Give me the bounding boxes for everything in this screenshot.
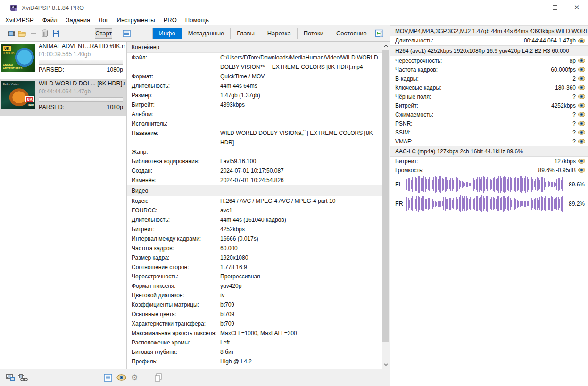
preview-eye-icon[interactable] — [115, 371, 127, 384]
tab[interactable]: Нарезка — [261, 28, 297, 39]
file-duration-size: 01:00:39.565 1.40gb — [39, 51, 125, 58]
info-label: Расположение хромы: — [132, 338, 220, 347]
eye-toggle-icon[interactable] — [578, 67, 585, 72]
menu-item[interactable]: Помощь — [181, 16, 213, 25]
info-row: Библиотека кодирования: Lavf59.16.100 — [127, 157, 382, 166]
start-button[interactable]: Старт — [95, 28, 112, 39]
info-label: Альбом: — [132, 109, 220, 119]
info-value — [220, 119, 382, 128]
output-label: VMAF: — [395, 138, 413, 145]
menu-item[interactable]: Лог — [94, 16, 113, 25]
info-value: 4393kbps — [220, 100, 382, 109]
log-icon[interactable] — [121, 28, 132, 39]
eye-toggle-icon[interactable] — [578, 121, 585, 126]
link-video-icon[interactable] — [17, 371, 29, 384]
scroll-up-icon[interactable] — [382, 42, 390, 50]
scrollbar-thumb[interactable] — [382, 50, 389, 342]
file-name: WILD WORLD DOL... [8K HDR].mp4 — [39, 80, 125, 87]
eye-toggle-icon[interactable] — [578, 38, 585, 43]
remove-icon[interactable] — [28, 28, 39, 39]
thumbnail-caption: ANIMAL ADVENTURES — [3, 64, 21, 70]
info-scrollbar[interactable] — [382, 42, 390, 369]
tab[interactable]: Метаданные — [182, 28, 231, 39]
menu-item[interactable]: Задания — [62, 16, 94, 25]
output-value: 127kbps — [555, 158, 576, 165]
menu-item[interactable]: Файл — [38, 16, 62, 25]
eye-toggle-icon[interactable] — [578, 130, 585, 135]
scroll-down-icon[interactable] — [382, 361, 390, 369]
output-row: AAC-LC (mp4a) 127kbps 2ch 16bit 44.1kHz … — [390, 146, 588, 157]
info-row: Альбом: — [127, 109, 382, 119]
open-folder-icon[interactable] — [17, 28, 28, 39]
collapse-panel-icon[interactable] — [373, 28, 385, 39]
output-label: Длительность: — [395, 37, 433, 44]
info-row: Цветовой диапазон: tv — [127, 291, 382, 300]
output-row: PSNR: ? — [390, 119, 588, 128]
info-value: 44m 44s 64ms — [220, 81, 382, 91]
file-list-item[interactable]: 8K HDR Dolby Vision WILD WORLD DOL... [8… — [0, 79, 126, 116]
output-row: H264 (avc1) 4252kbps 1920x1080p 16:9 yuv… — [390, 45, 588, 56]
minimize-button[interactable] — [522, 0, 544, 15]
info-label: Название: — [132, 128, 220, 147]
menu-item[interactable]: XviD4PSP — [1, 16, 38, 25]
menu-item[interactable]: PRO — [159, 16, 181, 25]
tab[interactable]: Инфо — [152, 28, 181, 39]
file-list-item[interactable]: 8K ULTRA HD ANIMAL ADVENTURES ANIMAL ADV… — [0, 42, 126, 79]
tasks-list-icon[interactable] — [102, 371, 114, 384]
audio-channel-row: FR 89.2% — [390, 194, 588, 213]
output-row: MOV,MP4,M4A,3GP,3G2,MJ2 1.47gb 44m 44s 6… — [390, 25, 588, 36]
info-label: Основные цвета: — [132, 310, 220, 319]
info-value: 4252kbps — [220, 225, 382, 234]
add-video-icon[interactable] — [5, 28, 17, 39]
info-label: Характеристики трансфера: — [132, 319, 220, 328]
tab[interactable]: Потоки — [297, 28, 330, 39]
info-value: yuv420p — [220, 281, 382, 291]
settings-gear-icon[interactable]: ⚙ — [128, 371, 141, 384]
tab[interactable]: Главы — [230, 28, 260, 39]
maximize-button[interactable] — [544, 0, 566, 15]
output-value: ? — [572, 111, 576, 118]
eye-toggle-icon[interactable] — [578, 112, 585, 117]
eye-toggle-icon[interactable] — [578, 76, 585, 81]
parsed-resolution: 1080p — [107, 67, 123, 73]
eye-toggle-icon[interactable] — [578, 168, 585, 173]
eye-toggle-icon[interactable] — [578, 139, 585, 144]
output-label: AAC-LC (mp4a) 127kbps 2ch 16bit 44.1kHz … — [395, 148, 523, 155]
output-value: 180-360 — [555, 84, 576, 91]
info-value: 8 бит — [220, 347, 382, 357]
copy-icon[interactable] — [152, 371, 164, 384]
eye-toggle-icon[interactable] — [578, 58, 585, 63]
info-row: Частота кадров: 60.000 — [127, 243, 382, 253]
info-label: Профиль: — [132, 357, 220, 366]
join-video-icon[interactable] — [4, 371, 17, 384]
info-label: Битовая глубина: — [132, 347, 220, 357]
app-window: XviD4PSP 8.1.84 PRO ✕ XviD4PSPФайлЗадани… — [0, 0, 588, 386]
close-button[interactable]: ✕ — [566, 0, 588, 15]
tab[interactable]: Состояние — [330, 28, 373, 39]
info-value: Lavf59.16.100 — [220, 157, 382, 166]
menu-bar: XviD4PSPФайлЗаданияЛогИнструментыPROПомо… — [0, 15, 588, 25]
output-label: MOV,MP4,M4A,3GP,3G2,MJ2 1.47gb 44m 44s 6… — [395, 28, 588, 34]
eye-toggle-icon[interactable] — [578, 103, 585, 108]
output-label: Чересстрочность: — [395, 58, 442, 64]
output-value: ? — [572, 138, 576, 145]
info-row: Характеристики трансфера: bt709 — [127, 319, 382, 328]
eye-toggle-icon[interactable] — [578, 159, 585, 164]
output-label: B-кадры: — [395, 76, 419, 82]
info-row: Коэффициенты матрицы: bt709 — [127, 300, 382, 310]
audio-waveform — [406, 176, 564, 193]
output-rows: MOV,MP4,M4A,3GP,3G2,MJ2 1.47gb 44m 44s 6… — [390, 25, 588, 175]
menu-item[interactable]: Инструменты — [113, 16, 159, 25]
file-progress-bar — [39, 60, 123, 65]
info-row: Кодек: H.264 / AVC / MPEG-4 AVC / MPEG-4… — [127, 196, 382, 206]
output-row: Сжимаемость: ? — [390, 110, 588, 119]
eye-toggle-icon[interactable] — [578, 94, 585, 99]
eye-toggle-icon[interactable] — [578, 85, 585, 90]
delete-trash-icon[interactable] — [39, 28, 50, 39]
info-value: 16666 (0.017s) — [220, 234, 382, 243]
output-row: Длительность: 00:44:44.064 1.47gb — [390, 36, 588, 45]
thumbnail-badge: 8K — [3, 45, 11, 51]
status-bar: ⚙ — [0, 369, 390, 386]
save-icon[interactable] — [50, 28, 62, 39]
output-label: PSNR: — [395, 120, 413, 127]
